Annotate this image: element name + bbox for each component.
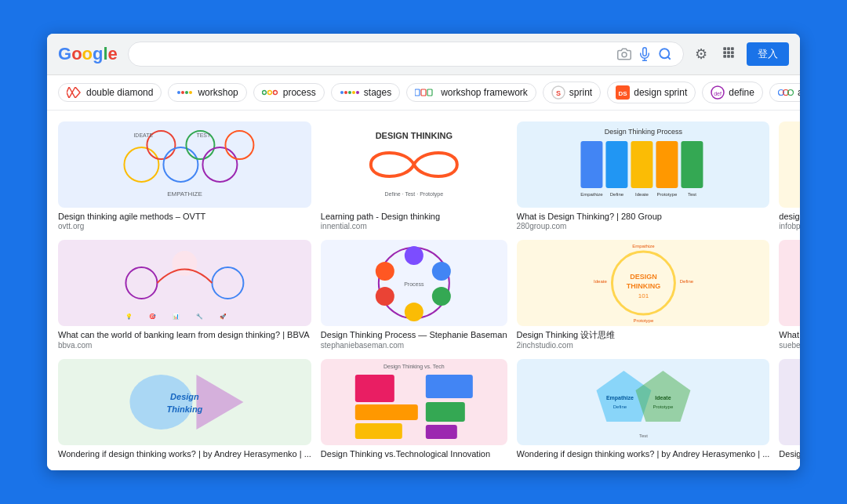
search-input[interactable]: design thinking <box>140 48 611 60</box>
image-caption-12: Wondering if design thinking works? | by… <box>517 448 770 459</box>
chip-label-workshop-framework: workshop framework <box>441 87 528 98</box>
svg-rect-110 <box>355 375 394 402</box>
filter-chip-design-sprint[interactable]: DS design sprint <box>607 82 696 103</box>
svg-point-20 <box>262 91 266 95</box>
svg-point-26 <box>352 91 355 94</box>
svg-point-0 <box>622 53 627 57</box>
svg-rect-12 <box>727 55 730 58</box>
apps-button[interactable] <box>718 42 739 67</box>
svg-point-17 <box>181 91 184 94</box>
image-source-3: 280group.com <box>517 222 770 230</box>
svg-text:Empathize: Empathize <box>580 192 603 197</box>
svg-text:Test: Test <box>638 433 647 438</box>
svg-point-27 <box>356 91 359 94</box>
chip-label-double-diamond: double diamond <box>86 87 153 98</box>
svg-text:EMPATHIZE: EMPATHIZE <box>167 190 202 198</box>
svg-rect-52 <box>580 141 602 188</box>
svg-text:🚀: 🚀 <box>220 313 227 320</box>
svg-point-105 <box>129 375 192 430</box>
filter-chip-workshop-framework[interactable]: workshop framework <box>406 83 536 102</box>
google-logo[interactable]: Google <box>58 44 117 64</box>
svg-point-23 <box>340 91 344 94</box>
image-source-9: suebehaviouraldesign.com <box>779 341 800 350</box>
image-item-4[interactable]: We are all DESIGNERS! design thinking 中文… <box>779 121 800 230</box>
svg-point-73 <box>172 251 197 276</box>
right-icons: ⚙ 登入 <box>692 42 789 67</box>
svg-text:Thinking: Thinking <box>167 404 203 414</box>
svg-line-4 <box>667 57 670 60</box>
image-caption-1: Design thinking agile methods – OVTT <box>58 211 311 222</box>
login-button[interactable]: 登入 <box>747 42 789 66</box>
image-caption-2: Learning path - Design thinking <box>321 211 507 222</box>
svg-text:🔧: 🔧 <box>196 313 203 320</box>
svg-rect-53 <box>605 141 627 188</box>
search-bar[interactable]: design thinking <box>128 42 684 67</box>
svg-text:📊: 📊 <box>173 313 180 320</box>
image-item-8[interactable]: DESIGN THINKING 101 Empathize Define Pro… <box>517 240 770 349</box>
image-item-9[interactable]: Empathy Ideate Prototype Test What is de… <box>779 240 800 349</box>
svg-point-84 <box>405 303 424 321</box>
chip-label-sprint: sprint <box>569 87 592 98</box>
svg-point-3 <box>660 49 669 58</box>
filter-chip-process[interactable]: process <box>253 83 325 102</box>
image-caption-11: Design Thinking vs.Technological Innovat… <box>321 448 507 459</box>
svg-point-74 <box>212 267 243 299</box>
svg-rect-111 <box>355 404 418 420</box>
svg-point-19 <box>189 91 192 94</box>
svg-rect-10 <box>731 51 734 54</box>
svg-point-83 <box>432 287 451 306</box>
svg-rect-56 <box>681 141 703 188</box>
svg-text:def: def <box>714 91 722 96</box>
svg-point-45 <box>225 131 253 159</box>
svg-point-82 <box>432 262 451 281</box>
svg-rect-13 <box>731 55 734 58</box>
svg-rect-30 <box>427 89 432 96</box>
svg-text:💡: 💡 <box>125 313 133 320</box>
image-caption-4: design thinking 中文Can – XZV <box>779 211 800 222</box>
svg-text:Define: Define <box>609 192 623 197</box>
svg-text:Ideate: Ideate <box>635 192 649 197</box>
image-item-6[interactable]: 💡 🎯 📊 🔧 🚀 What can the world of banking … <box>58 240 311 349</box>
svg-marker-106 <box>196 375 243 430</box>
image-item-11[interactable]: Design Thinking vs. Tech Design Thinking… <box>321 359 507 459</box>
mic-icon[interactable] <box>638 47 652 61</box>
chip-label-workshop: workshop <box>198 87 238 98</box>
filter-chip-agile[interactable]: agile <box>769 83 800 102</box>
svg-text:Ideate: Ideate <box>655 395 671 401</box>
filter-chip-stages[interactable]: stages <box>331 83 400 102</box>
svg-point-81 <box>405 246 424 265</box>
camera-icon[interactable] <box>617 47 631 61</box>
svg-text:Ideate: Ideate <box>594 279 607 284</box>
svg-rect-112 <box>355 423 402 439</box>
image-source-7: stephaniebaseman.com <box>321 341 507 350</box>
image-item-12[interactable]: Empathize Define Ideate Prototype Test W… <box>517 359 770 459</box>
settings-button[interactable]: ⚙ <box>692 42 711 66</box>
image-item-2[interactable]: DESIGN THINKING Define · Test · Prototyp… <box>321 121 507 230</box>
filter-chip-double-diamond[interactable]: double diamond <box>58 83 162 102</box>
svg-text:Test: Test <box>687 192 696 197</box>
svg-text:Prototype: Prototype <box>653 404 673 409</box>
svg-rect-9 <box>727 51 730 54</box>
chip-label-agile: agile <box>798 87 800 98</box>
filter-chip-define[interactable]: def define <box>702 82 763 103</box>
image-item-3[interactable]: Design Thinking Process Empathize Define… <box>517 121 770 230</box>
image-item-7[interactable]: Process Design Thinking Process — Stepha… <box>321 240 507 349</box>
svg-text:DS: DS <box>619 90 628 97</box>
image-item-13[interactable]: Design Thinking - ICG <box>779 359 800 459</box>
image-item-1[interactable]: EMPATHIZE IDEATE TEST Design thinking ag… <box>58 121 311 230</box>
svg-text:TEST: TEST <box>196 132 211 138</box>
image-item-10[interactable]: Design Thinking Wondering if design thin… <box>58 359 311 459</box>
filter-bar: double diamond workshop process stages w… <box>47 75 800 111</box>
svg-text:Design Thinking Process: Design Thinking Process <box>604 128 682 136</box>
svg-text:Empathize: Empathize <box>605 395 633 401</box>
filter-chip-sprint[interactable]: S sprint <box>543 82 601 103</box>
filter-chip-workshop[interactable]: workshop <box>168 83 246 102</box>
svg-point-42 <box>163 147 198 182</box>
svg-text:🎯: 🎯 <box>149 313 156 320</box>
image-source-4: infobp.co <box>779 222 800 230</box>
search-icon[interactable] <box>658 47 672 61</box>
svg-text:Design: Design <box>170 392 199 401</box>
svg-text:Define · Test · Prototype: Define · Test · Prototype <box>384 191 443 198</box>
svg-text:DESIGN: DESIGN <box>630 273 657 281</box>
svg-rect-6 <box>727 47 730 50</box>
